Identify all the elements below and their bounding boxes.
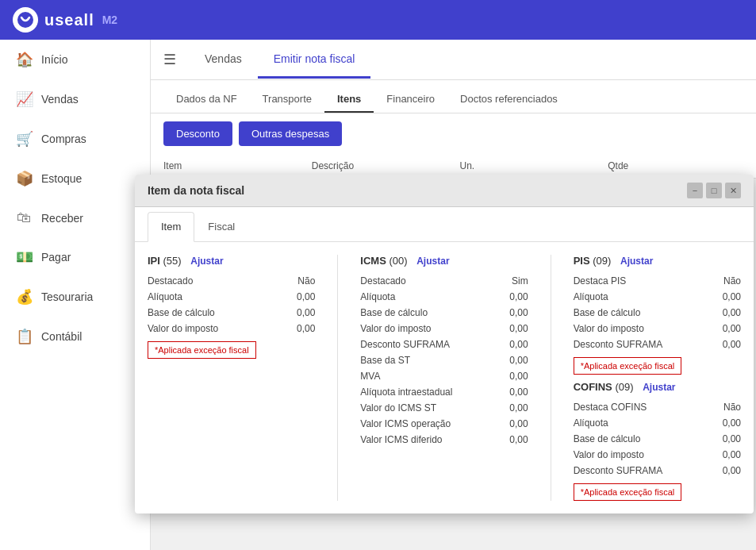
modal-controls: − □ ✕ [687, 183, 741, 198]
icms-row-valor: Valor do imposto 0,00 [360, 321, 528, 337]
modal-header: Item da nota fiscal − □ ✕ [135, 175, 754, 207]
icms-section: ICMS (00) Ajustar Destacado Sim Alíquota… [360, 255, 528, 501]
sidebar-item-compras[interactable]: 🛒 Compras [0, 119, 150, 159]
outras-despesas-button[interactable]: Outras despesas [239, 121, 342, 146]
divider-2 [551, 255, 551, 501]
sidebar-label-tesouraria: Tesouraria [41, 290, 93, 303]
col-un: Un. [460, 160, 596, 171]
treasury-icon: 💰 [16, 288, 32, 306]
home-icon: 🏠 [16, 51, 32, 68]
logo-icon [13, 7, 38, 33]
cofins-row-valor: Valor do imposto 0,00 [574, 447, 741, 463]
sidebar-item-vendas[interactable]: 📈 Vendas [0, 79, 150, 119]
ipi-ajustar-button[interactable]: Ajustar [190, 256, 223, 267]
pis-row-valor: Valor do imposto 0,00 [574, 321, 741, 337]
tab-emitir-nota[interactable]: Emitir nota fiscal [258, 41, 371, 79]
subtab-transporte[interactable]: Transporte [250, 87, 324, 113]
icms-row-operacao: Valor ICMS operação 0,00 [360, 416, 528, 432]
ipi-exception: *Aplicada exceção fiscal [148, 341, 256, 359]
modal-close-button[interactable]: ✕ [725, 183, 741, 198]
subtabs-row: Dados da NF Transporte Itens Financeiro … [151, 80, 756, 113]
icms-row-destacado: Destacado Sim [360, 273, 528, 289]
logo: useall M2 [13, 7, 117, 33]
sidebar-item-estoque[interactable]: 📦 Estoque [0, 159, 150, 198]
modal-maximize-button[interactable]: □ [706, 183, 722, 198]
cofins-ajustar-button[interactable]: Ajustar [643, 382, 675, 393]
pis-ajustar-button[interactable]: Ajustar [620, 256, 653, 267]
ipi-row-aliquota: Alíquota 0,00 [148, 289, 315, 305]
modal-minimize-button[interactable]: − [687, 183, 703, 198]
desconto-button[interactable]: Desconto [163, 121, 232, 146]
ipi-row-base: Base de cálculo 0,00 [148, 305, 315, 321]
col-item: Item [163, 160, 299, 171]
sidebar-label-compras: Compras [41, 133, 86, 145]
icms-row-desconto-suframa: Desconto SUFRAMA 0,00 [360, 337, 528, 352]
action-bar: Desconto Outras despesas [151, 113, 756, 154]
cofins-row-destaca: Destaca COFINS Não [574, 399, 741, 415]
sidebar-label-contabil: Contábil [41, 330, 82, 343]
tab-vendas[interactable]: Vendas [189, 41, 258, 79]
accounting-icon: 📋 [16, 328, 32, 345]
cart-icon: 🛒 [16, 130, 32, 148]
sidebar-item-receber[interactable]: 🛍 Receber [0, 198, 150, 237]
topbar: useall M2 [0, 0, 756, 40]
icms-row-base: Base de cálculo 0,00 [360, 305, 528, 321]
receive-icon: 🛍 [16, 210, 32, 226]
divider-1 [337, 255, 338, 501]
modal-body: IPI (55) Ajustar Destacado Não Alíquota … [135, 242, 754, 513]
icms-row-aliquota: Alíquota 0,00 [360, 289, 528, 305]
sidebar-item-contabil[interactable]: 📋 Contábil [0, 317, 150, 356]
cofins-title: COFINS (09) Ajustar [574, 381, 741, 393]
icms-row-mva: MVA 0,00 [360, 368, 528, 384]
modal-item-nota-fiscal: Item da nota fiscal − □ ✕ Item Fiscal IP… [135, 175, 754, 513]
ipi-section: IPI (55) Ajustar Destacado Não Alíquota … [148, 255, 315, 501]
pis-row-aliquota: Alíquota 0,00 [574, 289, 741, 305]
modal-tab-fiscal[interactable]: Fiscal [194, 212, 248, 241]
pis-title: PIS (09) Ajustar [574, 255, 741, 267]
col-descricao: Descrição [312, 160, 447, 171]
icms-row-aliquota-intra: Alíquota intraestadual 0,00 [360, 384, 528, 400]
sidebar-label-receber: Receber [41, 212, 83, 225]
sidebar-label-vendas: Vendas [41, 93, 79, 106]
icms-row-icms-st: Valor do ICMS ST 0,00 [360, 400, 528, 416]
ipi-row-destacado: Destacado Não [148, 273, 315, 289]
pis-row-destaca: Destaca PIS Não [574, 273, 741, 289]
subtab-itens[interactable]: Itens [324, 87, 374, 113]
sidebar-label-estoque: Estoque [41, 172, 82, 185]
ipi-row-valor: Valor do imposto 0,00 [148, 321, 315, 337]
pis-exception: *Aplicada exceção fiscal [574, 357, 682, 375]
icms-row-base-st: Base da ST 0,00 [360, 352, 528, 368]
sidebar-item-inicio[interactable]: 🏠 Início [0, 40, 150, 79]
icms-ajustar-button[interactable]: Ajustar [416, 256, 449, 267]
subtab-doctos[interactable]: Doctos referenciados [447, 87, 570, 113]
box-icon: 📦 [16, 170, 32, 187]
pis-row-base: Base de cálculo 0,00 [574, 305, 741, 321]
modal-title: Item da nota fiscal [148, 184, 244, 197]
main-tabs-row: ☰ Vendas Emitir nota fiscal [151, 40, 756, 80]
chart-icon: 📈 [16, 90, 32, 108]
pay-icon: 💵 [16, 248, 32, 266]
subtab-dados-nf[interactable]: Dados da NF [163, 87, 250, 113]
cofins-row-base: Base de cálculo 0,00 [574, 431, 741, 447]
sidebar-label-inicio: Início [41, 53, 67, 66]
cofins-exception: *Aplicada exceção fiscal [574, 483, 682, 501]
modal-tabs: Item Fiscal [135, 207, 754, 242]
modal-tab-item[interactable]: Item [148, 212, 194, 242]
sidebar: 🏠 Início 📈 Vendas 🛒 Compras 📦 Estoque 🛍 … [0, 40, 151, 550]
icms-row-diferido: Valor ICMS diferido 0,00 [360, 432, 528, 448]
cofins-row-suframa: Desconto SUFRAMA 0,00 [574, 463, 741, 479]
sidebar-item-tesouraria[interactable]: 💰 Tesouraria [0, 277, 150, 317]
pis-row-suframa: Desconto SUFRAMA 0,00 [574, 337, 741, 352]
cofins-row-aliquota: Alíquota 0,00 [574, 415, 741, 431]
hamburger-button[interactable]: ☰ [151, 40, 189, 79]
ipi-title: IPI (55) Ajustar [148, 255, 315, 267]
sidebar-item-pagar[interactable]: 💵 Pagar [0, 237, 150, 277]
icms-title: ICMS (00) Ajustar [360, 255, 528, 267]
logo-text: useall [44, 11, 94, 29]
sidebar-label-pagar: Pagar [41, 251, 71, 263]
logo-v2: M2 [102, 13, 117, 26]
col-qtde: Qtde [608, 160, 743, 171]
subtab-financeiro[interactable]: Financeiro [374, 87, 447, 113]
pis-cofins-section: PIS (09) Ajustar Destaca PIS Não Alíquot… [574, 255, 741, 501]
